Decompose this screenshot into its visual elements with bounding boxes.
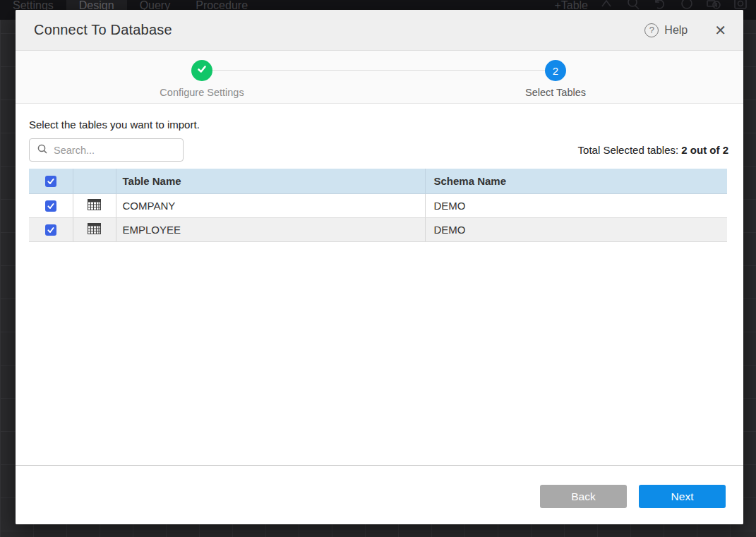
- step-number: 2: [553, 65, 558, 77]
- step-select-tables: 2 Select Tables: [478, 51, 633, 98]
- check-icon: [196, 64, 208, 78]
- help-icon[interactable]: ?: [644, 23, 659, 37]
- dialog-body: Select the tables you want to import. To…: [16, 104, 743, 465]
- dialog-header: Connect To Database ? Help ✕: [16, 10, 743, 51]
- search-icon: [37, 143, 48, 157]
- close-icon[interactable]: ✕: [714, 23, 726, 37]
- step-complete-indicator: [191, 60, 212, 81]
- step-label: Configure Settings: [124, 87, 280, 98]
- table-icon: [88, 223, 101, 236]
- help-button[interactable]: Help: [664, 24, 688, 37]
- schema-name-cell: DEMO: [425, 217, 727, 241]
- table-icon: [88, 199, 101, 212]
- step-configure-settings: Configure Settings: [124, 51, 280, 98]
- wizard-stepper: Configure Settings 2 Select Tables: [16, 51, 743, 104]
- table-search-box[interactable]: [29, 138, 184, 162]
- dialog-title: Connect To Database: [34, 22, 172, 38]
- search-input[interactable]: [54, 145, 167, 156]
- dialog-footer: Back Next: [16, 465, 743, 524]
- column-header-schema-name: Schema Name: [425, 169, 727, 193]
- tables-list: Table Name Schema Name COMPANY DEMO: [29, 169, 727, 242]
- connect-to-database-dialog: Connect To Database ? Help ✕ Configure S…: [16, 10, 743, 524]
- select-all-checkbox[interactable]: [45, 176, 56, 187]
- summary-value: 2 out of 2: [681, 144, 728, 156]
- row-checkbox[interactable]: [45, 224, 56, 236]
- table-row[interactable]: EMPLOYEE DEMO: [29, 217, 727, 241]
- table-header-row: Table Name Schema Name: [29, 169, 727, 193]
- selected-tables-summary: Total Selected tables: 2 out of 2: [578, 144, 728, 156]
- step-active-indicator: 2: [545, 60, 566, 81]
- next-button[interactable]: Next: [639, 485, 726, 508]
- table-row[interactable]: COMPANY DEMO: [29, 193, 727, 217]
- summary-label: Total Selected tables:: [578, 144, 679, 156]
- row-checkbox[interactable]: [45, 200, 56, 212]
- table-name-cell: EMPLOYEE: [116, 217, 425, 241]
- schema-name-cell: DEMO: [425, 193, 727, 217]
- table-name-cell: COMPANY: [116, 193, 425, 217]
- intro-text: Select the tables you want to import.: [29, 119, 728, 131]
- step-label: Select Tables: [478, 87, 633, 98]
- back-button[interactable]: Back: [540, 485, 627, 508]
- column-header-table-name: Table Name: [116, 169, 425, 193]
